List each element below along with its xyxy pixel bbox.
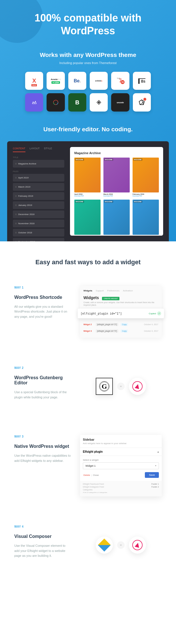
way-label: WAY 4: [14, 525, 71, 528]
editor-tabs: CONTENT LAYOUT STYLE: [13, 147, 64, 152]
plugin-bar[interactable]: Elfsight plugin: [80, 448, 162, 456]
way-title: WordPress Gutenberg Editor: [14, 375, 71, 385]
mag-item: April 2019Download PDF: [74, 158, 101, 197]
delete-close-links: Delete|Close: [83, 474, 99, 476]
tab-activation[interactable]: Activation: [123, 289, 133, 292]
shortcode-text: [elfsight_plugin id="1"]: [81, 312, 122, 315]
widget-row: Widget 2[elfsight_plugin id="2"]CopyOcto…: [83, 321, 158, 328]
way-label: WAY 3: [14, 435, 71, 438]
widget-select[interactable]: Widget 1: [83, 462, 159, 469]
way-title: Visual Composer: [14, 534, 71, 539]
file-item[interactable]: November 2018: [13, 220, 64, 227]
editor-heading: User-friendly editor. No coding.: [9, 126, 167, 133]
theme-icon-newspaper: [133, 93, 151, 111]
tab-preferences[interactable]: Preferences: [107, 289, 119, 292]
way-title: WordPress Shortcode: [14, 295, 71, 300]
mag-item: March 2019Download PDF: [103, 158, 130, 197]
theme-icon-avada: Avada5.1♥ 1234: [47, 72, 65, 90]
widget-sidebar-panel: Sidebar Add widgets here to appear in yo…: [80, 435, 162, 496]
title-label: TITLE: [13, 156, 64, 158]
mag-item: January 2019Download PDF: [74, 200, 101, 235]
file-item[interactable]: October 2018: [13, 229, 64, 236]
way-3: WAY 3 Native WordPress widget Use the Wo…: [14, 435, 162, 496]
create-widget-button[interactable]: CREATE WIDGET: [102, 297, 120, 300]
link-icon: ⚭: [117, 541, 125, 549]
magazine-grid: April 2019Download PDF March 2019Downloa…: [74, 158, 159, 236]
theme-icon-enfold: enfold●: [90, 72, 108, 90]
theme-icon-the7: THE7599: [111, 72, 129, 90]
way-title: Native WordPress widget: [14, 444, 71, 449]
theme-grid: XSALE Avada5.1♥ 1234 Be. enfold● THE7599…: [25, 72, 151, 112]
shortcode-panel: Widgets Support Preferences Activation W…: [80, 286, 162, 338]
elfsight-icon: [129, 536, 146, 554]
way-desc: Use the Visual Composer element to add y…: [14, 543, 71, 558]
vc-chain: ⚭: [80, 525, 162, 565]
tab-content[interactable]: CONTENT: [13, 147, 25, 152]
tab-layout[interactable]: LAYOUT: [30, 147, 40, 152]
way-label: WAY 1: [14, 286, 71, 289]
mag-item: December 2018Download PDF: [103, 200, 130, 235]
lower-section: Easy and fast ways to add a widget WAY 1…: [0, 241, 176, 588]
way-label: WAY 2: [14, 366, 71, 369]
widget-row: Widget 3[elfsight_plugin id="3"]CopyOcto…: [83, 328, 158, 334]
widgets-heading: Widgets: [83, 295, 99, 300]
mag-item: February 2019Download PDF: [133, 158, 159, 197]
files-label: FILES: [13, 170, 64, 172]
save-button[interactable]: Save: [145, 472, 159, 478]
mag-item: November 2018Download PDF: [133, 200, 159, 235]
theme-icon-jupiter: [47, 93, 65, 111]
file-item[interactable]: December 2018: [13, 210, 64, 218]
way-desc: Use a special Guttenberg block of the pl…: [14, 390, 71, 400]
lower-heading: Easy and fast ways to add a widget: [14, 259, 162, 266]
shortcode-callout: [elfsight_plugin id="1"] Copied: [78, 309, 164, 318]
hero-title: 100% compatible with WordPress: [9, 11, 167, 37]
copied-badge: Copied: [149, 311, 161, 315]
file-item[interactable]: March 2019: [13, 183, 64, 191]
svg-rect-4: [97, 101, 100, 104]
way-2: WAY 2 WordPress Gutenberg Editor Use a s…: [14, 366, 162, 406]
select-label: Select a widget:: [83, 459, 159, 461]
title-input[interactable]: Magazine Archive: [13, 160, 64, 168]
vc-icon: [96, 536, 113, 554]
hero-subtitle: Works with any WordPress theme: [9, 51, 167, 58]
tab-support[interactable]: Support: [96, 289, 104, 292]
theme-icon-flatsome: [90, 93, 108, 111]
sidebar-footer: Elfsight Facebook FeedElfsight Instagram…: [80, 481, 162, 496]
way-desc: All our widgets give you a standard Word…: [14, 304, 71, 319]
widgets-desc: Create, edit or remove your widgets. Use…: [83, 301, 158, 307]
close-link[interactable]: Close: [93, 474, 99, 476]
theme-icon-be: Be.: [68, 72, 86, 90]
file-item[interactable]: April 2019: [13, 174, 64, 182]
hero-section: 100% compatible with WordPress Works wit…: [0, 0, 176, 241]
panel-tabs: Widgets Support Preferences Activation: [83, 289, 158, 292]
file-item[interactable]: January 2019: [13, 201, 64, 209]
theme-icon-uncode: uncode: [111, 93, 129, 111]
delete-link[interactable]: Delete: [83, 474, 90, 476]
theme-icon-x: XSALE: [25, 72, 43, 90]
sidebar-header: Sidebar Add widgets here to appear in yo…: [80, 435, 162, 448]
file-item[interactable]: September 2018: [13, 238, 64, 241]
editor-frame: CONTENT LAYOUT STYLE TITLE Magazine Arch…: [7, 141, 169, 241]
hero-subtext: Including popular ones from Themeforest: [9, 61, 167, 65]
copy-button[interactable]: Copy: [121, 323, 128, 326]
way-1: WAY 1 WordPress Shortcode All our widget…: [14, 286, 162, 338]
preview-title: Magazine Archive: [74, 151, 159, 155]
gutenberg-icon: G: [96, 378, 113, 395]
copy-button[interactable]: Copy: [121, 329, 128, 333]
tab-style[interactable]: STYLE: [44, 147, 52, 152]
editor-preview: Magazine Archive April 2019Download PDF …: [70, 147, 163, 236]
gutenberg-chain: G ⚭: [80, 366, 162, 406]
theme-icon-betheme: B: [68, 93, 86, 111]
way-desc: Use the WordPress native capabilities to…: [14, 453, 71, 463]
editor-sidebar: CONTENT LAYOUT STYLE TITLE Magazine Arch…: [13, 147, 64, 236]
elfsight-icon: [129, 378, 146, 395]
theme-icon-salient: [25, 93, 43, 111]
tab-widgets[interactable]: Widgets: [83, 289, 92, 292]
theme-icon-bridge: ▌8s: [133, 72, 151, 90]
link-icon: ⚭: [117, 383, 125, 390]
way-4: WAY 4 Visual Composer Use the Visual Com…: [14, 525, 162, 565]
file-item[interactable]: February 2019: [13, 192, 64, 200]
